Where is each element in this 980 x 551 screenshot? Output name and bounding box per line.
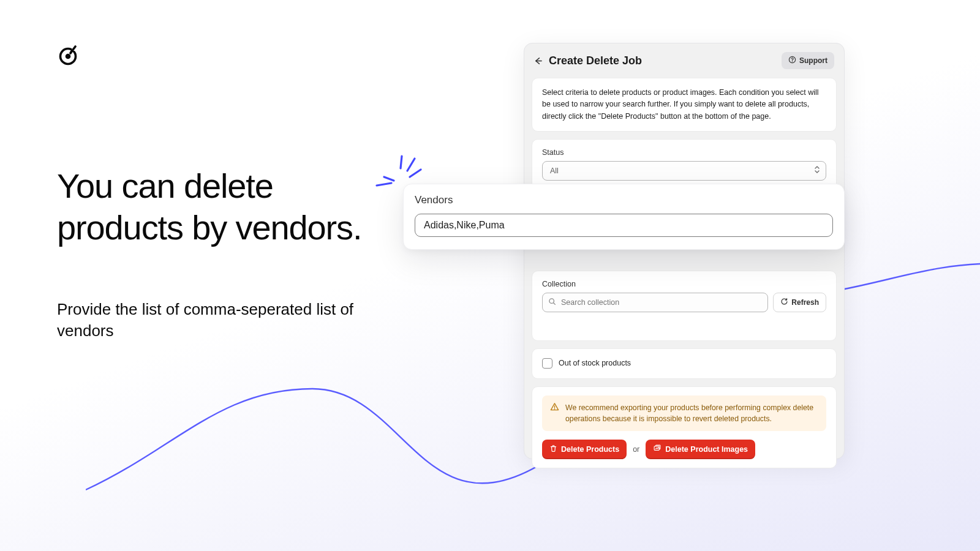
status-card: Status [532, 139, 837, 190]
help-icon [788, 56, 796, 66]
status-label: Status [542, 148, 826, 157]
app-logo [57, 45, 79, 67]
chevron-updown-icon [814, 165, 820, 176]
vendors-highlight-card: Vendors [403, 184, 845, 250]
delete-products-button[interactable]: Delete Products [542, 440, 627, 459]
vendors-input[interactable] [415, 214, 833, 237]
collection-card: Collection Refresh [532, 271, 837, 341]
actions-card: We recommend exporting your products bef… [532, 386, 837, 469]
delete-products-label: Delete Products [561, 445, 619, 454]
images-icon [653, 444, 662, 454]
out-of-stock-label: Out of stock products [559, 358, 631, 369]
warning-text: We recommend exporting your products bef… [565, 402, 818, 425]
hero-title: You can delete products by vendors. [57, 165, 363, 249]
refresh-button[interactable]: Refresh [773, 293, 826, 312]
refresh-icon [780, 298, 788, 307]
svg-point-1 [66, 54, 71, 59]
warning-banner: We recommend exporting your products bef… [542, 395, 826, 432]
support-button[interactable]: Support [782, 52, 834, 69]
support-label: Support [799, 56, 827, 65]
hero-subtitle: Provide the list of comma-seperated list… [57, 299, 369, 342]
checkbox-icon [542, 358, 552, 369]
or-text: or [633, 445, 639, 454]
collection-search-input[interactable] [542, 293, 768, 312]
back-arrow-icon[interactable] [533, 56, 543, 66]
search-icon [548, 297, 556, 308]
info-text: Select criteria to delete products or pr… [542, 87, 826, 122]
delete-product-images-button[interactable]: Delete Product Images [646, 440, 755, 459]
svg-point-5 [549, 299, 554, 303]
panel-title: Create Delete Job [549, 54, 642, 67]
delete-images-label: Delete Product Images [665, 445, 748, 454]
status-select[interactable] [542, 161, 826, 181]
svg-point-4 [792, 61, 793, 62]
info-card: Select criteria to delete products or pr… [532, 78, 837, 132]
refresh-label: Refresh [791, 298, 819, 307]
create-delete-job-panel: Create Delete Job Support Select criteri… [524, 43, 845, 459]
trash-icon [549, 444, 557, 454]
vendors-label: Vendors [415, 194, 833, 206]
out-of-stock-card: Out of stock products [532, 348, 837, 378]
warning-icon [550, 402, 559, 414]
panel-header: Create Delete Job Support [524, 43, 844, 78]
svg-point-6 [554, 408, 556, 410]
collection-label: Collection [542, 280, 826, 288]
out-of-stock-checkbox-row[interactable]: Out of stock products [542, 358, 826, 369]
